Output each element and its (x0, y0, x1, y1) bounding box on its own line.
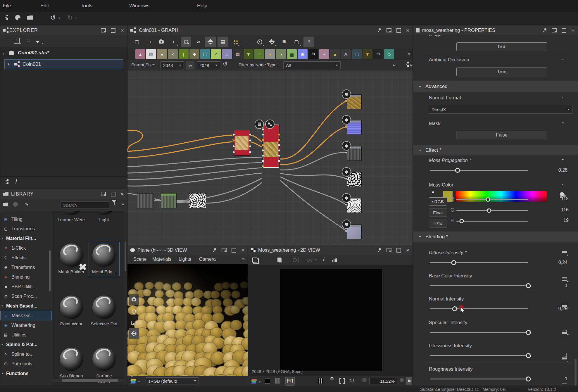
ambient-occlusion-value-button[interactable]: True (456, 68, 547, 76)
settings-more-button[interactable]: » (393, 62, 396, 68)
advanced-section-header[interactable]: Advanced (413, 81, 578, 92)
3d-menu-lights[interactable]: Lights (179, 257, 191, 262)
library-category-spline-tools[interactable]: ∿Spline to... (0, 349, 52, 359)
library-category-mask-generators[interactable]: ◇Mask Ge... (0, 311, 52, 320)
palette-spline-icon[interactable]: ~ (319, 49, 329, 59)
palette-value-01-icon[interactable]: 01 (373, 49, 383, 59)
channel-r-value[interactable]: 112 (545, 196, 569, 201)
information-icon[interactable]: i (323, 256, 325, 263)
menu-item-windows[interactable]: Windows (129, 3, 149, 9)
link-creation-button[interactable]: ∞ (193, 37, 203, 47)
library-category-blending[interactable]: ●Blending (0, 272, 52, 282)
library-item-paint-wear[interactable]: Paint Wear (57, 296, 85, 327)
pin-icon[interactable] (377, 248, 382, 252)
slider-knob[interactable] (526, 353, 531, 358)
package-name[interactable]: Coin001.sbs* (18, 50, 49, 56)
base-color-intensity-value[interactable]: 1 (544, 283, 567, 288)
parent-width-dropdown[interactable]: 2048 (161, 61, 184, 69)
mode-srgb-button[interactable]: sRGB (429, 197, 447, 206)
palette-text-icon[interactable]: A (341, 49, 351, 59)
copy-image-icon[interactable] (277, 258, 281, 262)
channel-g-value[interactable]: 116 (545, 207, 569, 213)
palette-more-button[interactable]: » (408, 51, 410, 56)
close-icon[interactable]: × (406, 248, 410, 252)
specular-intensity-slider[interactable] (430, 332, 528, 333)
pin-icon[interactable] (377, 28, 382, 32)
moss-propagation-slider[interactable] (430, 170, 528, 171)
palette-transformation-icon[interactable]: ▢ (200, 49, 210, 59)
normal-intensity-slider[interactable] (430, 308, 528, 309)
float-window-icon[interactable] (552, 28, 557, 32)
palette-directional-warp-icon[interactable]: × (168, 49, 178, 59)
display-filter-button[interactable] (285, 377, 295, 386)
roughness-intensity-value[interactable]: 1 (544, 376, 567, 381)
2d-canvas-area[interactable]: 2048 x 2048 (RGBA, 8bpc) (248, 265, 413, 376)
float-window-icon[interactable] (387, 248, 391, 252)
info-button[interactable]: i (168, 37, 179, 47)
float-window-icon[interactable] (101, 28, 106, 32)
display-settings-button[interactable] (129, 328, 139, 339)
colorspace-dropdown[interactable]: sRGB (default) (146, 377, 199, 384)
pin-icon[interactable] (213, 248, 217, 252)
palette-shape-icon[interactable]: ○ (222, 49, 232, 59)
library-category-path-tools[interactable]: ⬡Path tools (0, 359, 52, 369)
menu-item-help[interactable]: Help (197, 3, 207, 9)
undo-options-icon[interactable] (58, 18, 60, 19)
library-category-spline-pat-[interactable]: Spline & Pat... (0, 340, 52, 349)
close-icon[interactable]: × (241, 248, 245, 252)
library-items-scrollbar[interactable] (125, 242, 126, 271)
properties-scrollbar[interactable] (574, 359, 577, 386)
base-color-intensity-options-icon[interactable] (562, 277, 567, 281)
reset-size-icon[interactable]: ↺ (223, 61, 227, 67)
graph-item-label[interactable]: Coin001 (23, 61, 41, 67)
3d-view-more[interactable]: » (130, 373, 133, 378)
palette-blend-icon[interactable]: ▧ (146, 49, 156, 59)
3d-menu-scene[interactable]: Scene (133, 257, 146, 262)
palette-tile-sampler-icon[interactable]: ▦ (233, 49, 243, 59)
effect-section-header[interactable]: Effect * (413, 145, 578, 156)
search-input[interactable] (60, 201, 109, 208)
palette-gradient-map-icon[interactable]: ◑ (276, 49, 286, 59)
palette-blur-icon[interactable]: ● (157, 49, 167, 59)
fit-frame-icon[interactable] (339, 378, 345, 384)
open-folder-icon[interactable] (27, 15, 33, 20)
library-more-button[interactable]: » (121, 201, 124, 207)
palette-sharpen-icon[interactable]: ◆ (189, 49, 199, 59)
graph-tree-item[interactable]: Coin001 (4, 59, 123, 69)
library-category-scan-processing[interactable]: ⚙Scan Proc... (0, 291, 52, 301)
info-tab-icon[interactable]: i (15, 178, 17, 185)
grid-icon[interactable] (318, 378, 323, 384)
hue-gradient-bar[interactable] (455, 191, 547, 202)
background-striped-swatch[interactable] (275, 378, 280, 384)
palette-dot-node-icon[interactable]: ● (265, 49, 275, 59)
glossiness-intensity-slider[interactable] (430, 355, 528, 356)
library-category-utilities[interactable]: ▤Utilities (0, 330, 52, 340)
mode-hsv-button[interactable]: HSV (429, 220, 447, 228)
graph-node-selected[interactable] (263, 125, 279, 168)
palette-histogram-scan-icon[interactable]: ▅ (287, 49, 297, 59)
float-window-icon[interactable] (222, 248, 227, 252)
blending-section-header[interactable]: Blending * (413, 231, 578, 242)
maximize-icon[interactable] (111, 28, 115, 33)
slider-knob[interactable] (460, 219, 464, 223)
moss-propagation-value[interactable]: 0,28 (544, 167, 567, 173)
channel-b-slider[interactable] (456, 221, 528, 222)
link-database-icon[interactable] (15, 15, 20, 20)
palette-warning-icon[interactable]: ▲ (330, 49, 340, 59)
maximize-icon[interactable] (111, 192, 115, 196)
undo-icon[interactable]: ↺ (50, 14, 56, 22)
specular-intensity-value[interactable]: 1 (544, 330, 567, 335)
graph-node-thumb[interactable] (137, 193, 154, 208)
maximize-icon[interactable] (562, 28, 566, 33)
filter-node-type-dropdown[interactable]: All (283, 61, 341, 69)
roughness-intensity-options-icon[interactable] (562, 384, 567, 386)
link-size-button[interactable]: ∞ (186, 61, 194, 70)
roughness-intensity-slider[interactable] (430, 379, 528, 379)
library-category-tiling[interactable]: ▣Tiling (0, 214, 52, 224)
library-category-pbr-utilities[interactable]: ◆PBR Utiliti... (0, 282, 52, 291)
3d-menu-more[interactable]: » (242, 256, 245, 262)
library-categories-scrollbar[interactable] (49, 251, 51, 291)
maximize-icon[interactable] (396, 28, 401, 33)
maximize-icon[interactable] (396, 248, 401, 253)
library-item-light[interactable]: Light (90, 211, 118, 223)
